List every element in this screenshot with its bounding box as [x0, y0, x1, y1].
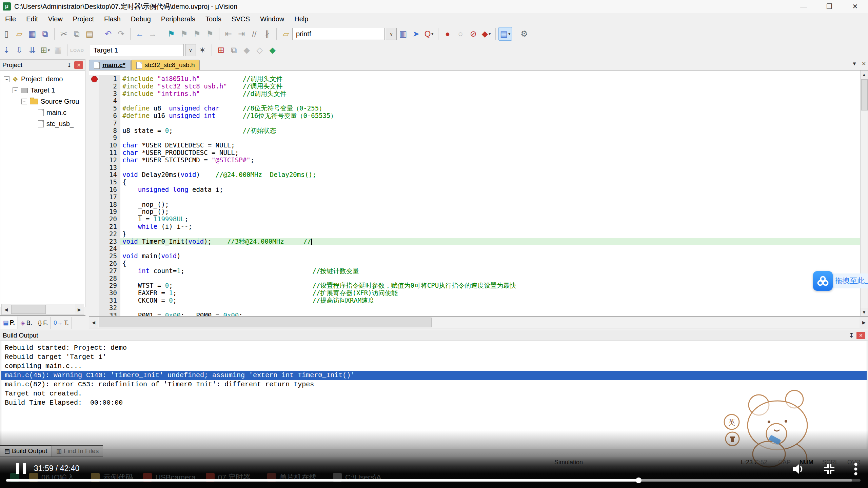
- copy-icon[interactable]: ⧉: [70, 27, 83, 40]
- scroll-left-icon[interactable]: ◀: [89, 317, 98, 328]
- tree-item-main-c[interactable]: main.c: [0, 107, 85, 118]
- scroll-left-icon[interactable]: ◀: [2, 304, 11, 314]
- tree-expander-icon[interactable]: −: [21, 99, 27, 104]
- insert-breakpoint-icon[interactable]: ●: [441, 27, 454, 40]
- menu-flash[interactable]: Flash: [99, 13, 126, 25]
- back-arrow-icon[interactable]: ←: [133, 27, 146, 40]
- breakpoint-margin[interactable]: [89, 127, 99, 135]
- breakpoint-margin[interactable]: [89, 142, 99, 149]
- build-log-line-4[interactable]: main.c(45): warning C140: 'Timer0_Init' …: [1, 371, 867, 380]
- disable-breakpoint-icon[interactable]: ○: [454, 27, 467, 40]
- breakpoint-margin[interactable]: [89, 297, 99, 304]
- tree-item-source-grou[interactable]: −Source Grou: [0, 96, 85, 107]
- close-icon[interactable]: ✕: [74, 61, 83, 69]
- seek-bar[interactable]: [6, 479, 861, 482]
- bookmark-next-icon[interactable]: ⚑: [191, 27, 203, 40]
- breakpoint-margin[interactable]: [89, 201, 99, 208]
- breakpoint-margin[interactable]: [89, 179, 99, 186]
- menu-debug[interactable]: Debug: [126, 13, 156, 25]
- configure-words-icon[interactable]: ▱: [279, 27, 292, 40]
- editor-tab-main-c-[interactable]: main.c*: [89, 60, 131, 70]
- bookmark-prev-icon[interactable]: ⚑: [178, 27, 191, 40]
- scroll-thumb[interactable]: [99, 318, 432, 327]
- menu-help[interactable]: Help: [289, 13, 313, 25]
- pause-icon[interactable]: [23, 463, 26, 474]
- minimize-button[interactable]: —: [791, 0, 816, 13]
- breakpoint-margin[interactable]: [89, 260, 99, 267]
- menu-peripherals[interactable]: Peripherals: [156, 13, 200, 25]
- restore-button[interactable]: ❐: [816, 0, 842, 13]
- code-editor[interactable]: 1#include "ai8051u.h" //调用头文件2#include "…: [89, 70, 868, 317]
- more-options-icon[interactable]: [854, 462, 858, 476]
- options-for-target-icon[interactable]: ✶: [196, 44, 209, 57]
- bookmark-toggle-icon[interactable]: ⚑: [165, 27, 178, 40]
- window-layout-icon[interactable]: ▤▾: [498, 27, 512, 41]
- tree-item-target-1[interactable]: −Target 1: [0, 85, 85, 96]
- breakpoint-margin[interactable]: [89, 149, 99, 157]
- breakpoint-margin[interactable]: [89, 105, 99, 112]
- tab-list-menu-icon[interactable]: ▼: [852, 61, 857, 67]
- redo-icon[interactable]: ↷: [115, 27, 127, 40]
- menu-svcs[interactable]: SVCS: [226, 13, 255, 25]
- breakpoint-margin[interactable]: [89, 75, 99, 83]
- editor-horizontal-scrollbar[interactable]: ◀ ▶: [89, 317, 868, 328]
- bookmark-clearall-icon[interactable]: ⚑: [203, 27, 216, 40]
- find-in-files-icon[interactable]: ▥: [397, 27, 410, 40]
- tab-close-icon[interactable]: ✕: [862, 61, 866, 67]
- batch-build-icon[interactable]: ⊞▾: [39, 44, 52, 57]
- scroll-right-icon[interactable]: ▶: [860, 317, 868, 328]
- scroll-thumb[interactable]: [861, 79, 868, 110]
- incremental-find-icon[interactable]: ➤: [410, 27, 422, 40]
- panel-tab-p[interactable]: ▤P.: [0, 317, 18, 329]
- close-icon[interactable]: ✕: [856, 332, 865, 339]
- breakpoint-margin[interactable]: [89, 83, 99, 90]
- pause-icon[interactable]: [16, 463, 19, 474]
- manage-layers-icon[interactable]: ◆: [240, 44, 253, 57]
- build-icon[interactable]: ⇩: [13, 44, 26, 57]
- menu-edit[interactable]: Edit: [21, 13, 43, 25]
- target-select-drop-icon[interactable]: ∨: [185, 44, 196, 56]
- comment-icon[interactable]: //: [248, 27, 261, 40]
- download-to-flash-icon[interactable]: LOAD: [70, 44, 84, 57]
- stop-build-icon[interactable]: ▦: [52, 44, 64, 57]
- breakpoint-margin[interactable]: [89, 157, 99, 164]
- breakpoint-margin[interactable]: [89, 112, 99, 120]
- menu-view[interactable]: View: [43, 13, 68, 25]
- kill-breakpoints-icon[interactable]: ⊘: [467, 27, 480, 40]
- find-icon[interactable]: Q▾: [422, 27, 435, 40]
- breakpoint-margin[interactable]: [89, 230, 99, 238]
- breakpoint-margin[interactable]: [89, 216, 99, 223]
- cut-icon[interactable]: ✂: [57, 27, 70, 40]
- breakpoint-margin[interactable]: [89, 289, 99, 297]
- breakpoint-margin[interactable]: [89, 275, 99, 282]
- breakpoint-margin[interactable]: [89, 171, 99, 179]
- menu-project[interactable]: Project: [68, 13, 99, 25]
- panel-tab-b[interactable]: ◈B.: [18, 317, 35, 329]
- forward-arrow-icon[interactable]: →: [146, 27, 159, 40]
- panel-tab-f[interactable]: {}F.: [35, 317, 51, 329]
- unindent-icon[interactable]: ⇤: [222, 27, 235, 40]
- pin-icon[interactable]: ↧: [847, 332, 856, 339]
- menu-window[interactable]: Window: [255, 13, 289, 25]
- tree-item-project-demo[interactable]: −❖Project: demo: [0, 74, 85, 85]
- menu-tools[interactable]: Tools: [200, 13, 226, 25]
- pin-icon[interactable]: ↧: [65, 61, 74, 69]
- project-horizontal-scrollbar[interactable]: ◀ ▶: [1, 304, 84, 315]
- wrench-icon[interactable]: ⚙: [518, 27, 531, 40]
- breakpoint-margin[interactable]: [89, 312, 99, 317]
- close-button[interactable]: ✕: [842, 0, 868, 13]
- manage-components-icon[interactable]: ◇: [253, 44, 266, 57]
- scroll-right-icon[interactable]: ▶: [75, 304, 84, 314]
- scroll-thumb[interactable]: [11, 305, 46, 314]
- breakpoint-margin[interactable]: [89, 134, 99, 142]
- breakpoint-margin[interactable]: [89, 120, 99, 127]
- open-folder-icon[interactable]: ▱: [13, 27, 26, 40]
- printf-combo-drop-icon[interactable]: ∨: [386, 28, 397, 40]
- save-icon[interactable]: ▦: [26, 27, 39, 40]
- indent-icon[interactable]: ⇥: [235, 27, 248, 40]
- translate-icon[interactable]: ⇣: [0, 44, 13, 57]
- breakpoint-margin[interactable]: [89, 282, 99, 289]
- undo-icon[interactable]: ↶: [102, 27, 115, 40]
- breakpoint-margin[interactable]: [89, 186, 99, 194]
- breakpoint-margin[interactable]: [89, 267, 99, 275]
